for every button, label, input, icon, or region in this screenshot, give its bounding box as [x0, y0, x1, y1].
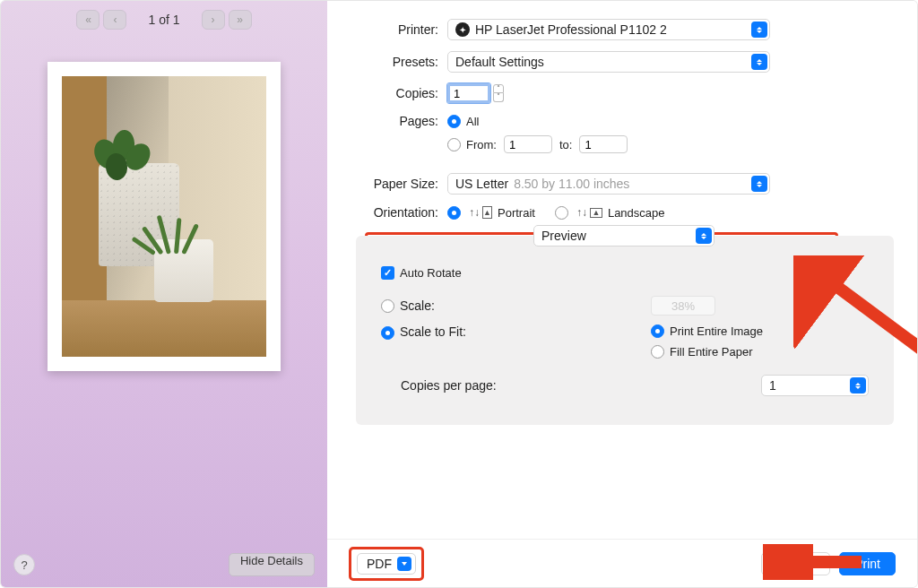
- auto-rotate-label: Auto Rotate: [400, 266, 462, 280]
- preview-footer: ? Hide Details: [1, 542, 327, 587]
- auto-rotate-checkbox[interactable]: [381, 266, 394, 280]
- thumbnail-image: [62, 76, 266, 357]
- help-button[interactable]: ?: [13, 554, 35, 575]
- orientation-label: Orientation:: [351, 205, 447, 220]
- section-value: Preview: [541, 229, 586, 243]
- printer-status-icon: ✦: [455, 22, 470, 37]
- presets-select[interactable]: Default Settings: [447, 51, 770, 73]
- page-nav: « ‹ 1 of 1 › »: [1, 1, 327, 35]
- landscape-icon: ▲: [590, 208, 602, 218]
- chevron-updown-icon: [751, 176, 767, 192]
- page-thumbnail: [48, 62, 281, 371]
- orientation-portrait-label: Portrait: [498, 206, 535, 220]
- copies-per-page-select[interactable]: 1: [761, 375, 869, 396]
- orientation-portrait-radio[interactable]: [447, 206, 461, 220]
- pages-to-input[interactable]: [579, 135, 628, 153]
- page-thumbnail-area: [1, 35, 327, 371]
- pages-range-radio[interactable]: [447, 138, 461, 151]
- printer-label: Printer:: [351, 22, 447, 37]
- paper-size-select[interactable]: US Letter 8.50 by 11.00 inches: [447, 173, 770, 195]
- hide-details-button[interactable]: Hide Details: [229, 553, 315, 576]
- copies-label: Copies:: [351, 86, 447, 100]
- preview-pane: « ‹ 1 of 1 › » ? Hide Detail: [1, 1, 327, 587]
- rotate-icon: ↑↓: [469, 206, 480, 219]
- pages-all-radio[interactable]: [447, 115, 461, 128]
- settings-pane: Printer: ✦ HP LaserJet Professional P110…: [327, 1, 917, 587]
- printer-value: HP LaserJet Professional P1102 2: [475, 22, 667, 37]
- print-button[interactable]: Print: [839, 552, 896, 575]
- chevron-updown-icon: [751, 54, 767, 70]
- pages-label: Pages:: [351, 114, 447, 128]
- copies-per-page-value: 1: [769, 378, 776, 393]
- highlight-pdf: PDF: [349, 547, 424, 581]
- fill-paper-label: Fill Entire Paper: [670, 345, 752, 359]
- scale-radio[interactable]: [381, 299, 394, 313]
- pages-to-label: to:: [559, 138, 572, 151]
- fill-paper-radio[interactable]: [651, 345, 664, 359]
- scale-label: Scale:: [400, 298, 525, 313]
- printer-select[interactable]: ✦ HP LaserJet Professional P1102 2: [447, 19, 770, 40]
- print-dialog: « ‹ 1 of 1 › » ? Hide Detail: [0, 0, 918, 588]
- presets-value: Default Settings: [455, 55, 544, 69]
- cancel-button[interactable]: Cancel: [761, 552, 831, 575]
- chevron-updown-icon: [751, 22, 767, 38]
- section-select[interactable]: Preview: [533, 225, 714, 246]
- chevron-updown-icon: [850, 377, 866, 393]
- rotate-icon: ↑↓: [576, 206, 587, 219]
- orientation-landscape-label: Landscape: [608, 206, 665, 220]
- first-page-button[interactable]: «: [76, 10, 100, 30]
- paper-size-value: US Letter: [455, 177, 508, 191]
- next-page-button[interactable]: ›: [202, 10, 225, 30]
- scale-to-fit-label: Scale to Fit:: [400, 324, 525, 339]
- prev-page-button[interactable]: ‹: [103, 10, 126, 30]
- copies-per-page-label: Copies per page:: [401, 378, 497, 393]
- print-entire-radio[interactable]: [651, 324, 664, 338]
- orientation-landscape-radio[interactable]: [555, 206, 568, 220]
- pdf-label: PDF: [367, 557, 392, 571]
- chevron-updown-icon: [696, 228, 712, 244]
- page-counter: 1 of 1: [148, 13, 179, 27]
- pages-from-label: From:: [466, 138, 497, 151]
- pdf-menu-button[interactable]: PDF: [357, 553, 416, 575]
- copies-input[interactable]: [447, 83, 490, 103]
- presets-label: Presets:: [351, 55, 447, 69]
- copies-stepper[interactable]: ˄˅: [493, 84, 504, 102]
- paper-size-label: Paper Size:: [351, 177, 447, 191]
- scale-to-fit-radio[interactable]: [381, 326, 394, 340]
- last-page-button[interactable]: »: [229, 10, 252, 30]
- print-entire-label: Print Entire Image: [670, 324, 763, 338]
- app-options-panel: Preview Auto Rotate Scale: Scale to Fit:: [356, 236, 894, 425]
- portrait-icon: ▲: [482, 206, 492, 219]
- scale-input[interactable]: [651, 296, 715, 316]
- dialog-footer: PDF Cancel Print: [327, 539, 917, 587]
- chevron-down-icon: [397, 557, 411, 571]
- paper-dims: 8.50 by 11.00 inches: [514, 177, 629, 191]
- pages-all-label: All: [466, 115, 479, 128]
- pages-from-input[interactable]: [504, 135, 552, 153]
